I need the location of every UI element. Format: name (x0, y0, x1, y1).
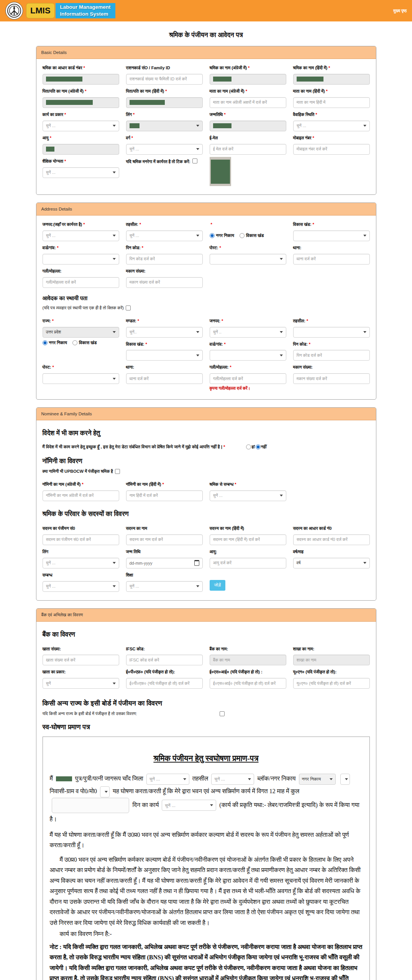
decl-district-select[interactable]: चुनें ... (146, 774, 189, 785)
tehsil-select[interactable]: चुनें ... (126, 230, 203, 241)
perm-ward-village-select[interactable] (210, 350, 286, 361)
perm-vikas-khand-radio[interactable] (72, 340, 77, 345)
perm-pin-code-input[interactable]: पिन कोड दर्ज करें (293, 350, 370, 361)
street-mohalla-input[interactable]: गली/मोहल्ला दर्ज करें (43, 277, 119, 288)
perm-vikas-khand-select[interactable] (126, 350, 203, 361)
decl-body-select[interactable] (340, 774, 350, 785)
redacted-value (213, 123, 231, 128)
same-address-checkbox[interactable] (126, 305, 131, 310)
vikas-khand-select[interactable] (293, 230, 370, 241)
mother-name-hi-input[interactable]: माता का नाम हिंदी में (293, 97, 370, 108)
category-select[interactable]: चुनें ... (126, 144, 203, 155)
app-title-line2: Information System (60, 11, 111, 18)
dob-input[interactable] (210, 121, 286, 131)
branch-name-input[interactable]: शाखा का नाम (293, 655, 370, 665)
member-education-select[interactable]: चुनें ... (126, 581, 203, 592)
other-state-checkbox[interactable] (220, 711, 225, 716)
worker-photo (210, 157, 231, 186)
perm-tehsil-select[interactable] (293, 327, 370, 338)
pin-code-input[interactable]: पिन कोड दर्ज करें (126, 254, 203, 265)
decl-tehsil-select[interactable]: चुनें ... (211, 774, 254, 785)
house-number-input[interactable]: मकान संख्या दर्ज करें (126, 277, 203, 288)
mobile-number-input[interactable]: मोबाइल नंबर दर्ज करें (293, 144, 370, 155)
member-reg-no-input[interactable]: सदस्य का पंजीयन सं0 दर्ज करें (43, 534, 119, 545)
tehsil-field: तहसील:*चुनें ... (126, 218, 203, 241)
bank-name-input[interactable]: बैंक का नाम (210, 655, 286, 665)
ward-village-select[interactable] (43, 254, 119, 265)
decl-days-input[interactable] (52, 798, 129, 813)
father-husband-name-en-input[interactable] (43, 97, 119, 108)
marital-status-select[interactable]: चुनें ... (293, 121, 370, 131)
member-age-input[interactable]: आयु दर्ज करें (210, 558, 286, 568)
tehsil-label: तहसील:* (126, 222, 203, 228)
redacted-value (213, 77, 231, 82)
nominee-name-en-input[interactable]: नॉमिनी का नाम अंग्रेजी में दर्ज करें (43, 490, 119, 501)
perm-mandal-field: मण्डल:*चुनें.. (126, 314, 203, 338)
email-input[interactable]: ई मेल दर्ज करें (210, 144, 286, 155)
epf-number-input[interactable]: ई०पी०एफ़० (यदि पंजीकृत हो तो) दर्ज करें (126, 678, 203, 689)
district-working-select[interactable]: चुनें ... (43, 230, 119, 241)
consent-no-radio[interactable] (256, 444, 261, 449)
chevron-down-icon (345, 778, 348, 780)
work-type-select[interactable]: चुनें ... (43, 121, 119, 131)
add-member-button[interactable]: जोड़ें (210, 580, 226, 591)
member-name-input[interactable]: सदस्य का नाम दर्ज करें (126, 534, 203, 545)
perm-post-select[interactable] (43, 373, 119, 384)
family-grid: सदस्य का पंजीयन सं0सदस्य का पंजीयन सं0 द… (43, 522, 370, 592)
chevron-down-icon (183, 778, 186, 780)
perm-nagar-nikay-radio[interactable] (43, 340, 48, 345)
decl-residence-select[interactable] (100, 786, 110, 797)
chevron-down-icon (105, 791, 108, 793)
perm-police-station-input[interactable]: थाना दर्ज करें (126, 373, 203, 384)
nominee-upbocw-checkbox[interactable] (115, 469, 120, 474)
member-age-label: आयु: (210, 549, 286, 555)
ifsc-code-input[interactable]: IFSC कोड दर्ज करें (126, 655, 203, 665)
perm-street-mohalla-input[interactable]: गली/मोहल्ला दर्ज करें (210, 373, 286, 384)
decl-block-select[interactable]: नगर निकाय (299, 774, 336, 785)
esi-number-input[interactable]: ई०एस०आई० (यदि पंजीकृत हो तो) दर्ज करें (210, 678, 286, 689)
member-relation-select[interactable]: चुनें ... (43, 581, 119, 592)
age-input[interactable] (43, 144, 119, 155)
member-aadhaar-input[interactable]: सदस्य का आधार कार्ड नं0 दर्ज करें (293, 534, 370, 545)
account-number-input[interactable]: खाता संख्या दर्ज करें (43, 655, 119, 665)
worker-name-hi-input[interactable] (293, 74, 370, 85)
mother-name-en-input[interactable]: माता का नाम अंग्रेजी अक्षरों में दर्ज कर… (210, 97, 286, 108)
vikas-khand-radio[interactable] (240, 233, 245, 238)
gender-field: लिंग* (126, 108, 203, 131)
member-year-month-select[interactable]: वर्ष (293, 558, 370, 568)
education-select[interactable]: चुनें ... (43, 167, 119, 178)
perm-mandal-select[interactable]: चुनें.. (126, 327, 203, 338)
decl-work-select[interactable]: चुनें ... (162, 800, 216, 811)
perm-district-select[interactable]: चुनें .. (210, 327, 286, 338)
perm-ward-village-field: वार्ड/गांव:* (210, 338, 286, 361)
member-name-hi-input[interactable]: सदस्य का नाम (हिंदी में) दर्ज करें (210, 534, 286, 545)
aadhaar-number-input[interactable] (43, 74, 119, 85)
form-row: पिता/पति का नाम (अंग्रेजी में)*पिता/पति … (43, 85, 370, 108)
member-dob-input[interactable]: dd-mm-yyyy (126, 558, 203, 568)
worker-name-en-input[interactable] (210, 74, 286, 85)
redacted-name (56, 776, 72, 781)
father-husband-name-hi-input[interactable] (126, 97, 203, 108)
perm-tehsil-field: तहसील:* (293, 314, 370, 338)
nagar-nikay-radio[interactable] (210, 233, 215, 238)
calendar-icon[interactable] (194, 560, 199, 566)
category-field: वर्ग*चुनें ... (126, 131, 203, 155)
account-type-select[interactable]: चुनें (43, 678, 119, 689)
post-select[interactable] (210, 254, 286, 265)
member-gender-select[interactable]: चुनें ... (43, 558, 119, 568)
bank-grid: खाता संख्या:खाता संख्या दर्ज करेंIFSC को… (43, 642, 370, 689)
ration-card-input[interactable]: राशनकार्ड संख्या या फैमिली ID दर्ज करें (126, 74, 203, 85)
consent-yes-radio[interactable] (246, 444, 251, 449)
perm-state-select[interactable]: उत्तर प्रदेश (43, 327, 119, 338)
police-station-input[interactable]: थाना दर्ज करें (293, 254, 370, 265)
gender-select[interactable] (126, 121, 203, 131)
un-number-input[interactable]: यू०एन० (यदि पंजीकृत हो तो) दर्ज करें (293, 678, 370, 689)
decl-text: पुत्र/पुत्री/पत्नी जागरूप चाँद जिला (75, 775, 143, 782)
nominee-name-hi-input[interactable]: नाम हिंदी में दर्ज करें (126, 490, 203, 501)
perm-house-number-input[interactable]: मकान संख्या दर्ज करें (293, 373, 370, 384)
email-label: ई-मेल (210, 135, 286, 141)
mnrega-tick-checkbox[interactable] (192, 158, 197, 163)
home-link[interactable]: मुख्य पृष्ठ (393, 8, 407, 13)
relation-with-worker-select[interactable]: चुनें ... (210, 490, 286, 501)
declaration-inline-form: मैं पुत्र/पुत्री/पत्नी जागरूप चाँद जिला … (50, 773, 363, 825)
